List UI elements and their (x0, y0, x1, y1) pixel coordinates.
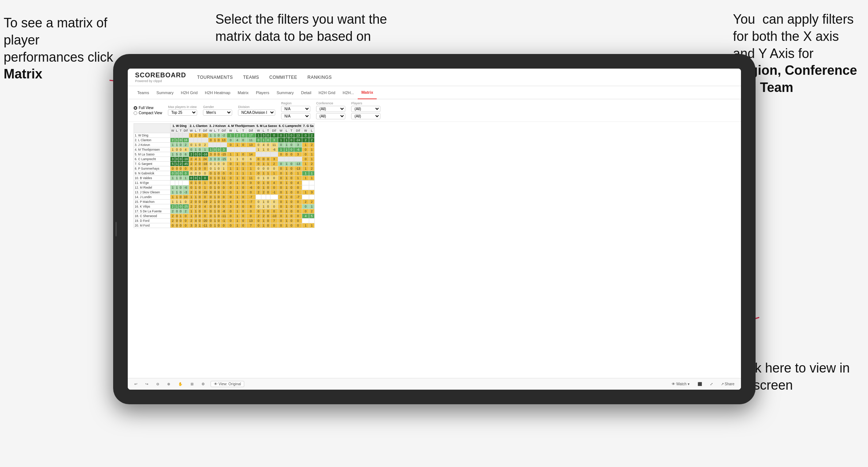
full-view-option[interactable]: Full View (134, 106, 162, 110)
logo-subtitle: Powered by clippd (135, 79, 186, 83)
table-row: 2. L Clanton 21016 01013 04011 0103 110-… (134, 138, 315, 143)
nav-teams[interactable]: TEAMS (243, 75, 259, 80)
table-row: 15. P Maichon 1110 200-19 2100 410-7 010… (134, 200, 315, 204)
conference-select-y[interactable]: (All) (316, 113, 345, 119)
tab-players[interactable]: Players (252, 86, 273, 99)
annotation-top-left: To see a matrix of player performances c… (4, 15, 120, 83)
filter-gender: Gender Men's (203, 105, 232, 116)
zoom-in-btn[interactable]: ⊕ (165, 381, 172, 387)
tab-summary[interactable]: Summary (153, 86, 177, 99)
sub-nav: Teams Summary H2H Grid H2H Heatmap Matri… (128, 86, 741, 99)
full-view-label: Full View (139, 106, 153, 110)
view-options: Full View Compact View (134, 106, 162, 115)
region-select-x[interactable]: N/A (281, 106, 310, 112)
logo-title: SCOREBOARD (135, 72, 186, 79)
tab-h2h2[interactable]: H2H... (339, 86, 358, 99)
settings-btn[interactable]: ⚙ (199, 381, 207, 387)
view-original-label: View: Original (219, 382, 241, 386)
region-label: Region (281, 101, 310, 105)
tab-h2h-grid2[interactable]: H2H Grid (315, 86, 339, 99)
main-nav: TOURNAMENTS TEAMS COMMITTEE RANKINGS (197, 75, 332, 80)
tab-teams[interactable]: Teams (134, 86, 153, 99)
col-header-2: 2. L Clanton (189, 124, 208, 128)
view-icon: 👁 (214, 382, 218, 386)
table-row: 7. G Sargent 512-45 220-16 0100 0100 011… (134, 162, 315, 166)
division-select[interactable]: NCAA Division I (238, 109, 275, 116)
col-header-7: 7. G Sa (302, 124, 315, 128)
view-original-btn[interactable]: 👁 View: Original (211, 381, 244, 387)
col-header-6: 6. C Lamprecht (278, 124, 302, 128)
tab-h2h-heatmap[interactable]: H2H Heatmap (201, 86, 234, 99)
content-area: Full View Compact View Max players in vi… (128, 99, 741, 390)
filter-max-players: Max players in view Top 25 (168, 105, 197, 116)
nav-rankings[interactable]: RANKINGS (307, 75, 332, 80)
full-view-radio[interactable] (134, 106, 137, 110)
compact-view-radio[interactable] (134, 111, 137, 115)
table-row: 6. C Lamprecht 300-16 24124 300-15 1106 … (134, 157, 315, 162)
share-icon-btn[interactable]: ⬛ (695, 381, 704, 387)
table-row: 16. K Vilips 210-25 2204 0000 3308 0100 … (134, 204, 315, 209)
nav-committee[interactable]: COMMITTEE (269, 75, 297, 80)
table-row: 20. M Ford 0000 331-11 0100 0107 0100 01… (134, 223, 315, 228)
matrix-container[interactable]: 1. W Ding 2. L Clanton 3. J Koivun 4. M … (128, 122, 741, 378)
max-players-label: Max players in view (168, 105, 197, 109)
table-row: 3. J Koivun 1102 0102 01013 04011 0103 1… (134, 143, 315, 147)
filter-players: Players (All) (All) (351, 101, 380, 119)
scoreboard-logo: SCOREBOARD Powered by clippd (135, 72, 186, 83)
zoom-out-btn[interactable]: ⊖ (154, 381, 161, 387)
filter-conference: Conference (All) (All) (316, 101, 345, 119)
table-row: 4. M Thorbjornsen 1004 0101 1003 110-6 1… (134, 147, 315, 152)
watch-btn[interactable]: 👁 Watch ▾ (669, 381, 692, 387)
table-row: 9. N Gabrelcik 0000 0000 0100 0111 0111 … (134, 171, 315, 176)
col-header-3: 3. J Koivun (208, 124, 227, 128)
region-select-y[interactable]: N/A (281, 113, 310, 119)
nav-tournaments[interactable]: TOURNAMENTS (197, 75, 233, 80)
table-row: 19. D Ford 2000 240-20 010-1 01013 0107 … (134, 219, 315, 223)
max-players-select[interactable]: Top 25 (168, 109, 197, 116)
share-icon: ↗ (721, 382, 724, 386)
compact-view-option[interactable]: Compact View (134, 111, 162, 115)
players-filter-label: Players (351, 101, 380, 105)
players-select-y[interactable]: (All) (351, 113, 380, 119)
division-label: Division (238, 105, 275, 109)
table-row: 14. J Lundin 11010 1100 0100 010-7 010-7 (134, 195, 315, 200)
conference-label: Conference (316, 101, 345, 105)
table-row: 18. C Sherwood 2010 1300 010-11 0100 220… (134, 214, 315, 219)
filter-region: Region N/A N/A (281, 101, 310, 119)
table-row: 8. P Summerhays 0000 0100 0101 1111 0000… (134, 166, 315, 171)
table-row: 10. B Valdes 1101 0010 01011 01011 0100 … (134, 176, 315, 181)
filters-row: Full View Compact View Max players in vi… (128, 99, 741, 122)
zoom-fit-btn[interactable]: ⊞ (188, 381, 196, 387)
pan-btn[interactable]: ✋ (176, 381, 185, 387)
table-row: 11. M Ege 0101 0010 0100 0104 0104 (134, 181, 315, 185)
bottom-toolbar: ↩ ↪ ⊖ ⊕ ✋ ⊞ ⚙ 👁 View: Original 👁 Watch ▾… (128, 378, 741, 390)
tab-summary2[interactable]: Summary (273, 86, 297, 99)
table-row: 5. M La Sasso 1506 200-16 300-15 11014 0… (134, 152, 315, 157)
share-btn[interactable]: ↗ Share (719, 381, 737, 387)
filter-division: Division NCAA Division I (238, 105, 275, 116)
tab-matrix-active[interactable]: Matrix (358, 86, 377, 99)
table-row: 1. W Ding 12011 110-2 12017 1300 01013 0… (134, 133, 315, 138)
table-row: 12. M Riedel 110-6 0101 0100 010-6 0100 … (134, 185, 315, 190)
compact-view-label: Compact View (139, 111, 162, 115)
redo-btn[interactable]: ↪ (143, 381, 150, 387)
matrix-corner-header (134, 124, 170, 133)
gender-label: Gender (203, 105, 232, 109)
tab-h2h-grid[interactable]: H2H Grid (177, 86, 201, 99)
gender-select[interactable]: Men's (203, 109, 232, 116)
conference-select-x[interactable]: (All) (316, 106, 345, 112)
tablet-button (115, 222, 117, 236)
table-row: 17. S De La Fuente 2002 1100 010-8 0100 … (134, 209, 315, 214)
undo-btn[interactable]: ↩ (132, 381, 139, 387)
tab-detail[interactable]: Detail (297, 86, 315, 99)
app-header: SCOREBOARD Powered by clippd TOURNAMENTS… (128, 69, 741, 86)
col-header-5: 5. M La Sasso (256, 124, 278, 128)
fullscreen-btn[interactable]: ⤢ (708, 381, 715, 387)
tab-matrix[interactable]: Matrix (234, 86, 252, 99)
col-header-4: 4. M Thorbjornsen (227, 124, 256, 128)
table-row: 13. J Skov Olesen 110-3 210-19 3001 0100… (134, 190, 315, 195)
tablet-frame: SCOREBOARD Powered by clippd TOURNAMENTS… (113, 54, 756, 404)
annotation-top-center: Select the filters you want the matrix d… (215, 11, 391, 45)
players-select-x[interactable]: (All) (351, 106, 380, 112)
tablet-screen: SCOREBOARD Powered by clippd TOURNAMENTS… (128, 69, 741, 390)
